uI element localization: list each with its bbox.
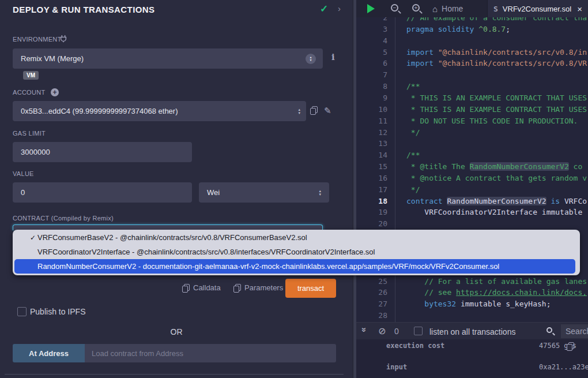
account-stepper-icon[interactable]: ▴▾: [298, 108, 300, 115]
code-line[interactable]: 11 * DO NOT USE THIS CODE IN PRODUCTION.: [356, 115, 588, 127]
or-divider: OR: [0, 327, 353, 336]
code-text: /**: [406, 81, 420, 92]
terminal-search-input[interactable]: [561, 324, 588, 338]
environment-info-icon[interactable]: i: [331, 52, 335, 62]
code-line[interactable]: 8/**: [356, 81, 588, 92]
line-number: 4: [356, 35, 387, 47]
contract-label: CONTRACT (Compiled by Remix): [13, 215, 114, 222]
code-line[interactable]: 16 * @notice A contract that gets random…: [356, 173, 588, 184]
code-line[interactable]: 28: [356, 310, 588, 321]
transact-button[interactable]: transact: [285, 279, 336, 298]
code-line[interactable]: 9 * THIS IS AN EXAMPLE CONTRACT THAT USE…: [356, 92, 588, 104]
publish-ipfs-label: Publish to IPFS: [30, 307, 86, 316]
vm-badge: VM: [23, 71, 39, 80]
code-line[interactable]: 3pragma solidity ^0.8.7;: [356, 24, 588, 35]
line-number: 13: [356, 138, 387, 149]
copy-parameters-icon[interactable]: [233, 284, 240, 292]
line-number: 10: [356, 104, 387, 115]
code-text: /**: [406, 149, 420, 161]
contract-dropdown-list: ✓VRFConsumerBaseV2 - @chainlink/contract…: [13, 230, 580, 275]
code-line[interactable]: 7: [356, 69, 588, 81]
copy-value-icon[interactable]: [567, 342, 574, 350]
close-tab-icon[interactable]: ×: [577, 4, 582, 14]
contract-option-label: VRFConsumerBaseV2 - @chainlink/contracts…: [37, 233, 307, 242]
value-amount: 0: [21, 188, 25, 197]
terminal-row: execution cost47565 gas: [356, 342, 588, 351]
at-address-button[interactable]: At Address: [13, 344, 85, 362]
listen-transactions-checkbox[interactable]: [414, 327, 423, 335]
add-account-icon[interactable]: +: [51, 88, 59, 96]
tab-home[interactable]: ⌂ Home: [427, 0, 469, 17]
zoom-in-icon[interactable]: +: [412, 4, 420, 12]
code-line[interactable]: 25 // For a list of available gas lanes: [356, 276, 588, 287]
clear-console-icon[interactable]: ⊘: [378, 325, 386, 336]
code-line[interactable]: 18contract RandomNumberConsumerV2 is VRF…: [356, 196, 588, 207]
account-select[interactable]: 0x5B3...eddC4 (99.99999999997374068 ethe…: [13, 101, 306, 121]
parameters-label: Parameters: [244, 283, 283, 292]
contract-option[interactable]: ✓VRFConsumerBaseV2 - @chainlink/contract…: [13, 230, 580, 245]
line-number: 15: [356, 161, 387, 173]
code-text: bytes32 immutable s_keyHash;: [406, 298, 551, 310]
code-text: */: [406, 184, 420, 196]
environment-value: Remix VM (Merge): [21, 54, 84, 63]
collapse-panel-chevron-icon[interactable]: ›: [338, 3, 341, 13]
plug-icon: [59, 35, 67, 43]
edit-account-icon[interactable]: ✎: [324, 106, 331, 116]
file-tab-label: VRFv2Consumer.sol: [503, 5, 571, 13]
code-text: */: [406, 127, 420, 139]
code-line[interactable]: 10 * THIS IS AN EXAMPLE CONTRACT THAT US…: [356, 104, 588, 115]
account-value: 0x5B3...eddC4 (99.99999999997374068 ethe…: [21, 107, 178, 115]
publish-ipfs-checkbox[interactable]: [17, 307, 27, 316]
copy-account-icon[interactable]: [310, 106, 317, 114]
unit-stepper-icon[interactable]: ▴▾: [319, 189, 321, 196]
code-editor[interactable]: 2// An example of a consumer contract th…: [356, 17, 588, 322]
value-input[interactable]: 0: [13, 182, 192, 203]
terminal-row-key: execution cost: [386, 342, 444, 350]
code-text: * @notice A contract that gets random v: [406, 173, 587, 184]
deploy-run-panel: DEPLOY & RUN TRANSACTIONS ✓ › ENVIRONMEN…: [0, 0, 353, 378]
code-text: * @title The RandomNumberConsumerV2 co: [406, 161, 582, 173]
contract-option-label: RandomNumberConsumerV2 - documentation-g…: [37, 262, 499, 271]
tab-vrfv2consumer[interactable]: S VRFv2Consumer.sol ×: [487, 0, 588, 17]
line-number: 19: [356, 207, 387, 218]
gas-limit-input[interactable]: 3000000: [13, 142, 192, 162]
code-line[interactable]: 6import "@chainlink/contracts/src/v0.8/V…: [356, 58, 588, 69]
account-label: ACCOUNT: [13, 89, 46, 96]
copy-calldata-icon[interactable]: [182, 284, 189, 292]
calldata-action[interactable]: Calldata: [182, 283, 221, 292]
environment-select[interactable]: Remix VM (Merge) ▴▾: [13, 48, 323, 69]
code-line[interactable]: 14/**: [356, 149, 588, 161]
code-text: // For a list of available gas lanes: [406, 276, 587, 287]
editor-tabbar: − + ⌂ Home S VRFv2Consumer.sol ×: [356, 0, 588, 17]
code-line[interactable]: 20: [356, 218, 588, 230]
expand-terminal-icon[interactable]: »: [360, 327, 370, 332]
environment-label: ENVIRONMENT: [13, 36, 62, 43]
line-number: 12: [356, 127, 387, 139]
code-line[interactable]: 19 VRFCoordinatorV2Interface immutable: [356, 207, 588, 218]
code-line[interactable]: 13: [356, 138, 588, 149]
code-line[interactable]: 5import "@chainlink/contracts/src/v0.8/i…: [356, 47, 588, 58]
code-line[interactable]: 26 // see https://docs.chain.link/docs,: [356, 287, 588, 298]
at-address-input[interactable]: [85, 344, 336, 362]
line-number: 14: [356, 149, 387, 161]
environment-stepper-icon[interactable]: ▴▾: [306, 54, 316, 64]
code-line[interactable]: 12 */: [356, 127, 588, 139]
line-number: 8: [356, 81, 387, 92]
terminal-row: input0xa21...a23e4: [356, 363, 588, 372]
run-script-icon[interactable]: [367, 4, 375, 13]
contract-option-label: VRFCoordinatorV2Interface - @chainlink/c…: [37, 248, 375, 256]
zoom-out-icon[interactable]: −: [391, 4, 398, 12]
code-line[interactable]: 2// An example of a consumer contract th…: [356, 17, 588, 24]
code-text: import "@chainlink/contracts/src/v0.8/VR: [406, 58, 587, 69]
code-line[interactable]: 15 * @title The RandomNumberConsumerV2 c…: [356, 161, 588, 173]
terminal-output[interactable]: execution cost47565 gasinput0xa21...a23e…: [356, 339, 588, 378]
code-line[interactable]: 27 bytes32 immutable s_keyHash;: [356, 298, 588, 310]
line-number: 7: [356, 69, 387, 81]
parameters-action[interactable]: Parameters: [233, 283, 283, 292]
contract-option[interactable]: VRFCoordinatorV2Interface - @chainlink/c…: [13, 245, 580, 259]
code-line[interactable]: 17 */: [356, 184, 588, 196]
contract-option[interactable]: RandomNumberConsumerV2 - documentation-g…: [14, 259, 575, 274]
terminal-row-value: 0xa21...a23e4: [539, 363, 588, 371]
value-unit-select[interactable]: Wei ▴▾: [199, 182, 329, 203]
code-line[interactable]: 4: [356, 35, 588, 47]
